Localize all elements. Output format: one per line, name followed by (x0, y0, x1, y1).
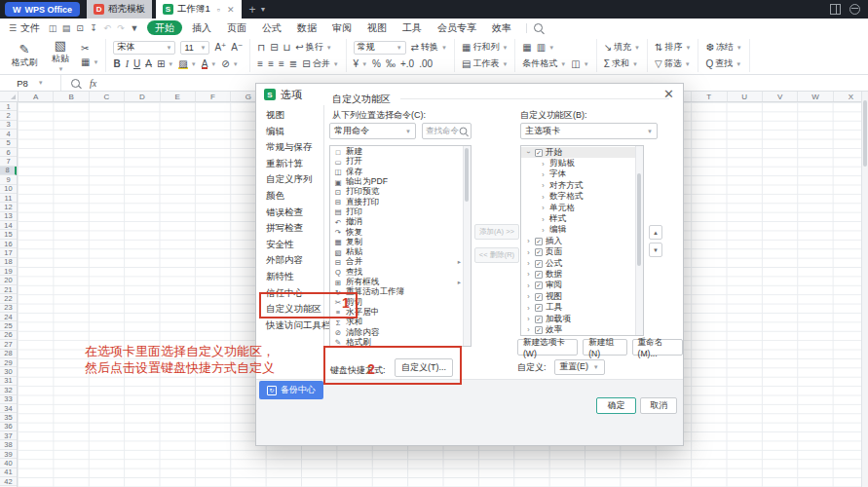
tree-scrollbar[interactable] (635, 146, 643, 335)
row-header[interactable]: 9 (0, 175, 17, 184)
ribbon-button[interactable]: 条件格式▼ (522, 57, 566, 70)
row-header[interactable]: 3 (0, 121, 17, 130)
ribbon-select[interactable]: 11▼ (180, 41, 209, 55)
vertical-scrollbar[interactable] (861, 92, 868, 487)
tree-caret-icon[interactable]: › (525, 249, 532, 256)
tree-caret-icon[interactable]: › (525, 316, 532, 322)
column-header[interactable]: C (90, 92, 125, 101)
tree-caret-icon[interactable]: › (525, 305, 532, 312)
checkbox-checked-icon[interactable]: ✓ (535, 281, 543, 289)
align-right-button[interactable]: ≡ (279, 59, 284, 69)
add-button[interactable]: 添加(A) >> (474, 224, 519, 240)
hamburger-icon[interactable]: ☰ (9, 23, 17, 33)
sidebar-item-3[interactable]: 重新计算 (256, 156, 323, 172)
row-header[interactable]: 22 (0, 294, 17, 303)
move-up-button[interactable]: ▲ (649, 225, 662, 240)
row-header[interactable]: 38 (0, 440, 17, 449)
checkbox-checked-icon[interactable]: ✓ (535, 248, 543, 256)
row-header[interactable]: 17 (0, 248, 17, 257)
tree-caret-icon[interactable]: › (540, 194, 547, 201)
tree-caret-icon[interactable]: › (540, 182, 547, 189)
column-header[interactable]: T (692, 92, 727, 101)
column-header[interactable]: D (125, 92, 160, 101)
tree-caret-icon[interactable]: › (540, 161, 547, 168)
checkbox-checked-icon[interactable]: ✓ (535, 326, 543, 334)
cancel-button[interactable]: 取消 (640, 397, 677, 414)
copy-button[interactable]: ▦▼ (81, 57, 98, 67)
print-icon[interactable]: ▤ (59, 23, 73, 33)
tree-item[interactable]: ›样式 (521, 213, 635, 224)
row-header[interactable]: 19 (0, 267, 17, 276)
insert-function-icon[interactable] (71, 79, 80, 88)
tree-caret-icon[interactable]: › (525, 149, 532, 156)
menu-tab-0[interactable]: 开始 (147, 20, 182, 35)
row-header[interactable]: 33 (0, 395, 17, 404)
row-header[interactable]: 35 (0, 413, 17, 422)
app-menu-button[interactable]: W WPS Office (5, 2, 80, 17)
tree-caret-icon[interactable]: › (525, 271, 532, 278)
fill-button[interactable]: ↘填充▼ (604, 41, 640, 54)
save-icon[interactable]: ◫ (46, 23, 59, 33)
row-header[interactable]: 24 (0, 313, 17, 321)
move-down-button[interactable]: ▼ (649, 243, 662, 257)
row-header[interactable]: 12 (0, 203, 17, 211)
tree-item[interactable]: ›✓数据 (521, 269, 635, 280)
checkbox-checked-icon[interactable]: ✓ (535, 304, 543, 312)
menu-tab-1[interactable]: 插入 (184, 21, 219, 35)
row-header[interactable]: 37 (0, 431, 17, 440)
sort-button[interactable]: ⇅排序▼ (655, 41, 691, 54)
row-header[interactable]: 7 (0, 157, 17, 166)
cell-style-button[interactable]: ◫▼ (571, 59, 588, 69)
row-header[interactable]: 34 (0, 404, 17, 413)
underline-button[interactable]: U (133, 59, 140, 69)
checkbox-checked-icon[interactable]: ✓ (535, 293, 543, 301)
menu-tab-9[interactable]: 效率 (484, 21, 519, 35)
row-header[interactable]: 18 (0, 258, 17, 267)
checkbox-checked-icon[interactable]: ✓ (535, 316, 543, 323)
tree-caret-icon[interactable]: › (525, 293, 532, 300)
tree-caret-icon[interactable]: › (525, 260, 532, 267)
fx-icon[interactable]: fx (90, 78, 96, 89)
select-all-corner[interactable] (0, 92, 19, 101)
row-header[interactable]: 15 (0, 230, 17, 239)
percent-button[interactable]: % (372, 59, 381, 69)
tree-caret-icon[interactable]: › (525, 282, 532, 289)
row-header[interactable]: 31 (0, 377, 17, 386)
ribbon-source-select[interactable]: 主选项卡 ▼ (520, 123, 658, 139)
rows-cols-button[interactable]: ▦行和列▼ (462, 41, 508, 54)
undo-icon[interactable]: ↶ (100, 23, 114, 33)
tree-caret-icon[interactable]: › (540, 216, 547, 223)
tree-item[interactable]: ›编辑 (521, 225, 635, 236)
menu-tab-5[interactable]: 审阅 (324, 21, 359, 35)
row-header[interactable]: 30 (0, 367, 17, 376)
row-header[interactable]: 13 (0, 212, 17, 221)
column-header[interactable]: A (19, 92, 54, 101)
row-header[interactable]: 16 (0, 240, 17, 248)
sidebar-item-7[interactable]: 拼写检查 (256, 220, 323, 237)
chevron-down-icon[interactable]: ▼ (128, 23, 141, 33)
name-box-chevron-icon[interactable]: ▼ (38, 80, 44, 86)
new-group-button[interactable]: 新建组(N) (583, 339, 626, 356)
tree-item[interactable]: ›✓审阅 (521, 281, 635, 291)
cond-format-button[interactable]: ▦ (522, 43, 531, 53)
reset-button[interactable]: 重置(E) ▼ (554, 359, 605, 375)
merge-cells-button[interactable]: ⊟合并▼ (302, 57, 338, 70)
justify-button[interactable]: ≣ (289, 59, 297, 69)
format-painter-button[interactable]: ✎格式刷 (9, 43, 40, 69)
column-header[interactable]: B (54, 92, 89, 101)
row-header[interactable]: 14 (0, 221, 17, 230)
fill-color-button[interactable]: ▨▼ (178, 59, 196, 69)
freeze-button[interactable]: ❆冻结▼ (705, 41, 741, 54)
tree-item[interactable]: ›✓视图 (521, 291, 635, 302)
convert-button[interactable]: ⇄转换▼ (411, 41, 447, 54)
row-header[interactable]: 4 (0, 130, 17, 138)
new-document-button[interactable]: + (249, 3, 256, 17)
checkbox-checked-icon[interactable]: ✓ (535, 149, 543, 157)
tree-item[interactable]: ›数字格式 (521, 192, 635, 203)
row-header[interactable]: 39 (0, 450, 17, 459)
column-header[interactable]: V (763, 92, 798, 101)
backup-center-button[interactable]: ↻ 备份中心 (259, 381, 323, 399)
sidebar-item-1[interactable]: 编辑 (256, 124, 323, 140)
column-header[interactable]: E (161, 92, 196, 101)
filter-button[interactable]: ▽筛选▼ (655, 57, 691, 70)
